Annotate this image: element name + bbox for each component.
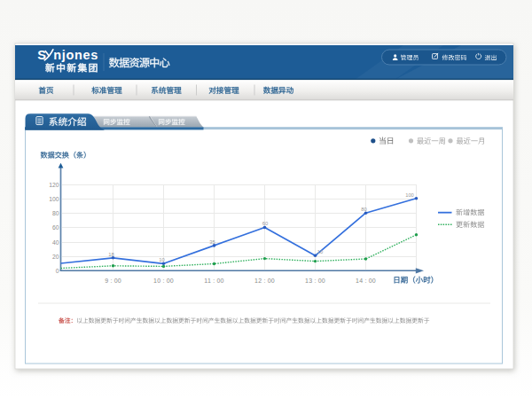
svg-text:11 : 00: 11 : 00 xyxy=(204,278,223,284)
svg-text:12 : 00: 12 : 00 xyxy=(254,278,275,284)
svg-text:60: 60 xyxy=(52,224,59,231)
svg-text:njones: njones xyxy=(53,48,98,62)
svg-text:14 : 00: 14 : 00 xyxy=(356,278,376,284)
svg-text:100: 100 xyxy=(49,196,59,202)
svg-text:80: 80 xyxy=(361,207,366,212)
svg-text:0: 0 xyxy=(56,268,59,274)
svg-text:40: 40 xyxy=(52,239,59,246)
svg-text:9 : 00: 9 : 00 xyxy=(105,278,121,284)
svg-text:10: 10 xyxy=(317,249,323,254)
svg-text:20: 20 xyxy=(52,254,59,260)
svg-text:18: 18 xyxy=(108,252,113,257)
svg-text:13 : 00: 13 : 00 xyxy=(305,278,325,284)
svg-text:120: 120 xyxy=(49,182,59,188)
svg-text:10 : 00: 10 : 00 xyxy=(153,278,174,284)
svg-text:100: 100 xyxy=(405,192,414,198)
svg-text:10: 10 xyxy=(159,257,164,262)
svg-text:35: 35 xyxy=(209,239,215,245)
svg-text:80: 80 xyxy=(52,210,59,216)
svg-text:60: 60 xyxy=(262,221,268,226)
